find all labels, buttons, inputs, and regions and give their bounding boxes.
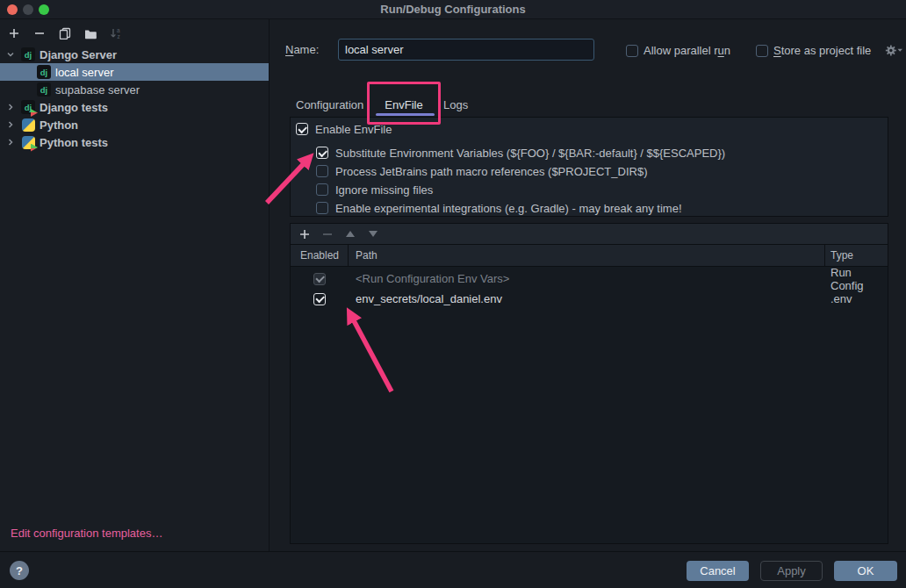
tab-envfile[interactable]: EnvFile bbox=[367, 95, 441, 114]
svg-text:z: z bbox=[118, 33, 120, 39]
checkbox-checked-icon[interactable] bbox=[316, 147, 328, 159]
add-configuration-button[interactable] bbox=[5, 25, 23, 42]
django-icon: dj bbox=[37, 82, 51, 97]
help-button[interactable]: ? bbox=[10, 561, 29, 580]
remove-configuration-button[interactable] bbox=[31, 25, 48, 42]
tree-item-python-tests[interactable]: Python tests bbox=[0, 133, 269, 151]
tree-item-python[interactable]: Python bbox=[0, 116, 269, 133]
tree-item-django-server[interactable]: dj Django Server bbox=[0, 46, 269, 63]
substitute-env-variables-checkbox[interactable]: Substitute Environment Variables (${FOO}… bbox=[316, 147, 725, 160]
configurations-tree: dj Django Server dj local server dj supa… bbox=[0, 46, 269, 151]
titlebar: Run/Debug Configurations bbox=[0, 0, 906, 19]
checkbox-checked-icon[interactable] bbox=[296, 123, 308, 135]
tree-item-local-server[interactable]: dj local server bbox=[0, 63, 269, 81]
column-header-path: Path bbox=[349, 245, 825, 266]
column-header-type: Type bbox=[825, 245, 887, 266]
apply-button[interactable]: Apply bbox=[760, 561, 823, 581]
column-header-enabled: Enabled bbox=[291, 245, 349, 266]
env-files-table: Enabled Path Type <Run Configuration Env… bbox=[290, 223, 888, 544]
plus-icon bbox=[299, 229, 310, 240]
python-icon bbox=[22, 118, 35, 132]
copy-configuration-button[interactable] bbox=[56, 25, 74, 42]
window-title: Run/Debug Configurations bbox=[0, 3, 906, 16]
ok-button[interactable]: OK bbox=[834, 561, 897, 581]
django-icon: dj bbox=[37, 65, 51, 79]
test-badge-icon bbox=[31, 144, 38, 152]
django-icon: dj bbox=[21, 47, 35, 61]
sidebar: az dj Django Server dj local server dj s… bbox=[0, 19, 270, 551]
arrow-down-icon bbox=[369, 231, 378, 237]
chevron-right-icon bbox=[6, 103, 15, 111]
tree-item-django-tests[interactable]: dj Django tests bbox=[0, 98, 269, 116]
sort-configurations-button[interactable]: az bbox=[107, 25, 125, 42]
sidebar-toolbar: az bbox=[0, 23, 125, 44]
enable-envfile-checkbox[interactable]: Enable EnvFile bbox=[296, 123, 392, 136]
checkbox-checked-disabled-icon bbox=[313, 273, 326, 285]
copy-icon bbox=[59, 27, 71, 39]
checkbox-icon[interactable] bbox=[316, 202, 328, 214]
table-row[interactable]: env_secrets/local_daniel.env .env bbox=[291, 289, 888, 309]
chevron-right-icon bbox=[6, 138, 15, 147]
experimental-integrations-checkbox[interactable]: Enable experimental integrations (e.g. G… bbox=[316, 202, 682, 215]
arrow-up-icon bbox=[346, 231, 355, 237]
add-env-file-button[interactable] bbox=[298, 227, 312, 241]
footer-divider bbox=[0, 551, 906, 552]
chevron-right-icon bbox=[6, 120, 15, 129]
table-header: Enabled Path Type bbox=[291, 245, 888, 267]
selected-tab-indicator bbox=[376, 113, 435, 116]
new-folder-icon bbox=[84, 28, 97, 39]
table-row[interactable]: <Run Configuration Env Vars> Run Config bbox=[291, 269, 888, 289]
plus-icon bbox=[9, 28, 19, 39]
tab-logs[interactable]: Logs bbox=[443, 95, 468, 114]
chevron-down-icon bbox=[6, 50, 15, 59]
checkbox-icon[interactable] bbox=[756, 45, 768, 57]
python-tests-icon bbox=[22, 136, 35, 149]
checkbox-checked-icon[interactable] bbox=[313, 293, 326, 305]
new-folder-button[interactable] bbox=[82, 25, 99, 42]
gear-icon bbox=[885, 44, 897, 57]
allow-parallel-run-checkbox[interactable]: Allow parallel run bbox=[626, 44, 730, 57]
cancel-button[interactable]: Cancel bbox=[687, 561, 749, 581]
django-tests-icon: dj bbox=[21, 100, 35, 114]
name-label: Name: bbox=[285, 43, 319, 56]
sort-alphabetically-icon: az bbox=[110, 27, 122, 39]
move-down-button[interactable] bbox=[366, 227, 380, 241]
checkbox-icon[interactable] bbox=[316, 183, 328, 196]
remove-env-file-button[interactable] bbox=[320, 227, 334, 241]
tab-configuration[interactable]: Configuration bbox=[296, 95, 363, 114]
checkbox-icon[interactable] bbox=[316, 165, 328, 177]
process-path-macro-checkbox[interactable]: Process JetBrains path macro references … bbox=[316, 165, 647, 178]
minus-icon bbox=[322, 229, 333, 240]
tree-item-supabase-server[interactable]: dj supabase server bbox=[0, 81, 269, 98]
store-options-button[interactable] bbox=[885, 42, 902, 58]
minus-icon bbox=[34, 28, 45, 39]
name-input[interactable] bbox=[338, 39, 594, 61]
chevron-down-icon bbox=[897, 48, 902, 53]
edit-configuration-templates-link[interactable]: Edit configuration templates… bbox=[11, 527, 162, 540]
checkbox-icon[interactable] bbox=[626, 45, 638, 57]
ignore-missing-files-checkbox[interactable]: Ignore missing files bbox=[316, 183, 433, 197]
svg-text:a: a bbox=[117, 27, 120, 33]
move-up-button[interactable] bbox=[343, 227, 357, 241]
store-as-project-file-checkbox[interactable]: Store as project file bbox=[756, 44, 871, 57]
run-debug-configurations-dialog: Run/Debug Configurations az dj bbox=[0, 0, 906, 588]
table-toolbar bbox=[291, 224, 888, 245]
